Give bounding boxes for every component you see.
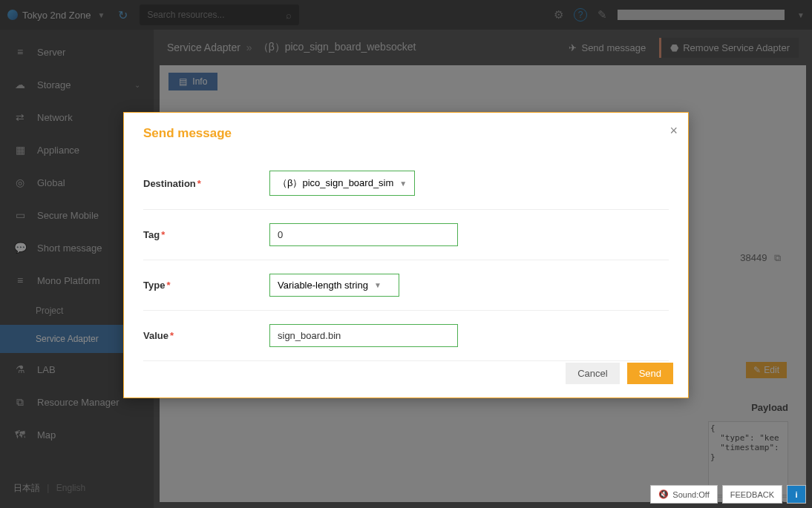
close-icon[interactable]: ×: [669, 123, 678, 139]
value-input[interactable]: [269, 324, 458, 347]
type-value: Variable-length string: [278, 280, 368, 291]
type-label: Type*: [143, 280, 269, 291]
required-mark: *: [166, 280, 170, 291]
feedback-button[interactable]: FEEDBACK: [722, 485, 782, 504]
type-select[interactable]: Variable-length string ▼: [269, 274, 399, 297]
tag-label: Tag*: [143, 229, 269, 240]
send-button[interactable]: Send: [627, 363, 673, 384]
send-message-modal: Send message × Destination* （β）pico_sign…: [123, 112, 689, 398]
value-label: Value*: [143, 330, 269, 341]
cancel-button[interactable]: Cancel: [566, 363, 619, 384]
required-mark: *: [161, 229, 165, 240]
chevron-down-icon: ▼: [374, 281, 382, 289]
destination-label: Destination*: [143, 178, 269, 189]
sound-label: Sound:Off: [672, 490, 709, 499]
info-button[interactable]: i: [787, 485, 806, 504]
modal-title: Send message: [143, 126, 669, 141]
destination-select[interactable]: （β）pico_sign_board_sim ▼: [269, 171, 415, 196]
tag-input[interactable]: [269, 223, 458, 246]
sound-toggle[interactable]: 🔇 Sound:Off: [650, 485, 717, 504]
speaker-icon: 🔇: [658, 489, 669, 499]
destination-value: （β）pico_sign_board_sim: [278, 177, 393, 190]
required-mark: *: [170, 330, 174, 341]
chevron-down-icon: ▼: [399, 179, 407, 188]
required-mark: *: [197, 178, 201, 189]
